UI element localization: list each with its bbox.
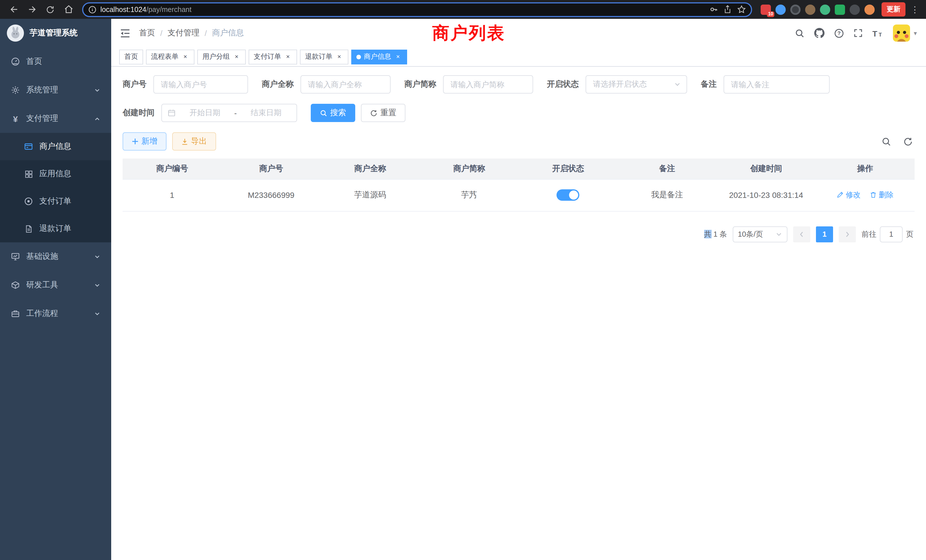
help-icon[interactable]: ? <box>834 28 844 38</box>
close-icon[interactable]: × <box>394 53 402 61</box>
export-button[interactable]: 导出 <box>172 132 216 151</box>
tab-label: 用户分组 <box>203 52 230 62</box>
page-number-button[interactable]: 1 <box>816 226 833 242</box>
github-icon[interactable] <box>814 28 825 38</box>
close-icon[interactable]: × <box>335 53 343 61</box>
prev-page-button[interactable] <box>793 226 810 242</box>
extensions-area: 10 <box>761 4 875 15</box>
delete-link[interactable]: 删除 <box>870 190 894 200</box>
refresh-table-icon[interactable] <box>901 135 915 148</box>
tab-user-group[interactable]: 用户分组 × <box>197 49 246 64</box>
cell-merchant-index: 1 <box>123 179 221 211</box>
active-dot <box>356 54 361 59</box>
filter-row-2: 创建时间 开始日期 - 结束日期 搜索 <box>123 104 915 122</box>
font-size-icon[interactable]: TT <box>873 29 884 37</box>
site-info-icon[interactable] <box>88 5 96 14</box>
sidebar-item-merchant-info[interactable]: 商户信息 <box>0 133 111 160</box>
merchant-full-name-input[interactable] <box>301 75 390 94</box>
browser-update-button[interactable]: 更新 <box>882 2 905 17</box>
sidebar-item-pay-order[interactable]: 支付订单 <box>0 188 111 215</box>
sidebar-item-devtools[interactable]: 研发工具 <box>0 271 111 300</box>
sidebar-item-label: 支付管理 <box>26 114 58 124</box>
header-search-icon[interactable] <box>795 28 805 38</box>
breadcrumb-home[interactable]: 首页 <box>139 28 155 38</box>
sidebar-item-home[interactable]: 首页 <box>0 47 111 76</box>
password-key-icon[interactable] <box>709 5 718 14</box>
top-navbar: 首页 / 支付管理 / 商户信息 商户列表 ? <box>111 19 926 47</box>
sidebar-item-workflow[interactable]: 工作流程 <box>0 300 111 328</box>
filter-label: 商户简称 <box>404 79 436 89</box>
next-page-button[interactable] <box>839 226 856 242</box>
merchant-card-icon <box>24 142 33 151</box>
merchant-no-input[interactable] <box>153 75 248 94</box>
edit-link[interactable]: 修改 <box>837 190 861 200</box>
sidebar: 芋道管理系统 首页 系统管理 ¥ 支付管理 <box>0 19 111 560</box>
create-time-range-input[interactable]: 开始日期 - 结束日期 <box>161 104 297 122</box>
tab-process-form[interactable]: 流程表单 × <box>146 49 194 64</box>
add-button[interactable]: 新增 <box>123 132 166 151</box>
chevron-down-icon <box>94 310 100 317</box>
briefcase-icon <box>11 309 20 318</box>
share-icon[interactable] <box>723 5 732 14</box>
end-date-placeholder: 结束日期 <box>242 108 291 118</box>
status-select[interactable]: 请选择开启状态 <box>586 75 687 94</box>
pagination-total: 共 1 条 <box>704 229 727 239</box>
sidebar-toggle-icon[interactable] <box>111 19 139 47</box>
export-button-label: 导出 <box>191 136 207 147</box>
breadcrumb-section[interactable]: 支付管理 <box>168 28 200 38</box>
user-menu[interactable]: ▾ <box>893 24 917 42</box>
sidebar-item-app-info[interactable]: 应用信息 <box>0 160 111 188</box>
sidebar-item-label: 工作流程 <box>26 309 58 319</box>
tab-home[interactable]: 首页 <box>119 49 143 64</box>
calendar-icon <box>168 109 176 117</box>
main-area: 首页 / 支付管理 / 商户信息 商户列表 ? <box>111 19 926 560</box>
svg-text:T: T <box>873 29 878 37</box>
extension-icon-blue-drop[interactable] <box>775 4 786 15</box>
add-button-label: 新增 <box>141 136 157 147</box>
goto-page-input[interactable] <box>880 226 903 242</box>
table-row: 1 M233666999 芋道源码 芋艿 我是备注 2021-10-23 08:… <box>123 179 915 211</box>
extension-icon-dark-ring[interactable] <box>790 4 800 15</box>
toggle-search-icon[interactable] <box>879 135 893 148</box>
sidebar-item-label: 研发工具 <box>26 280 58 290</box>
browser-reload-icon[interactable] <box>43 2 57 17</box>
remark-input[interactable] <box>723 75 830 94</box>
sidebar-logo[interactable]: 芋道管理系统 <box>0 19 111 47</box>
extension-icon-orange[interactable] <box>864 4 875 15</box>
tab-label: 首页 <box>124 52 138 62</box>
close-icon[interactable]: × <box>233 53 241 61</box>
page-size-select[interactable]: 10条/页 <box>733 226 787 242</box>
extension-icon-red[interactable]: 10 <box>761 4 771 15</box>
extension-icon-pin[interactable] <box>850 4 860 15</box>
filter-merchant-short-name: 商户简称 <box>404 75 533 94</box>
reset-button[interactable]: 重置 <box>361 104 406 122</box>
col-merchant-index: 商户编号 <box>123 159 221 179</box>
search-button[interactable]: 搜索 <box>311 104 355 122</box>
app-window: 芋道管理系统 首页 系统管理 ¥ 支付管理 <box>0 19 926 560</box>
delete-link-label: 删除 <box>879 190 894 200</box>
address-bar[interactable]: localhost:1024/pay/merchant <box>82 2 752 17</box>
extension-icon-green-grid[interactable] <box>835 4 845 15</box>
browser-back-icon[interactable] <box>6 2 21 17</box>
extension-icon-avatar[interactable] <box>805 4 816 15</box>
bookmark-star-icon[interactable] <box>737 5 746 14</box>
fullscreen-icon[interactable] <box>854 29 863 38</box>
close-icon[interactable]: × <box>284 53 292 61</box>
sidebar-item-refund-order[interactable]: 退款订单 <box>0 215 111 242</box>
monitor-icon <box>11 252 20 261</box>
close-icon[interactable]: × <box>181 53 189 61</box>
avatar[interactable] <box>893 24 910 42</box>
extension-icon-vue[interactable] <box>820 4 830 15</box>
sidebar-item-infrastructure[interactable]: 基础设施 <box>0 242 111 271</box>
browser-menu-icon[interactable]: ⋮ <box>908 4 921 15</box>
sidebar-item-payment[interactable]: ¥ 支付管理 <box>0 104 111 133</box>
status-toggle[interactable] <box>557 189 580 201</box>
browser-forward-icon[interactable] <box>24 2 39 17</box>
merchant-short-name-input[interactable] <box>443 75 533 94</box>
browser-home-icon[interactable] <box>61 2 76 17</box>
cell-create-time: 2021-10-23 08:31:14 <box>717 179 816 211</box>
sidebar-item-system[interactable]: 系统管理 <box>0 76 111 104</box>
tab-merchant-info[interactable]: 商户信息 × <box>351 49 407 64</box>
tab-pay-order[interactable]: 支付订单 × <box>249 49 297 64</box>
tab-refund-order[interactable]: 退款订单 × <box>300 49 348 64</box>
